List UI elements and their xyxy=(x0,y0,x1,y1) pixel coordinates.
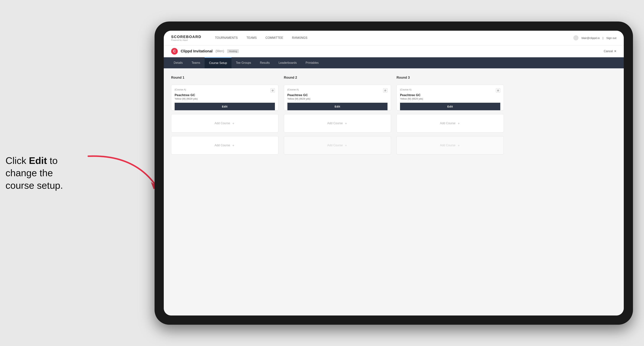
add-course-label-2: Add Course ＋ xyxy=(214,143,235,148)
instruction-text: Click Edit tochange thecourse setup. xyxy=(6,154,63,192)
course-1-details: Yellow (M) (6629 yds) xyxy=(174,97,275,100)
round-2-column: Round 2 (Course A) ⊘ Peachtree GC Yellow… xyxy=(284,76,391,155)
tournament-gender: (Men) xyxy=(216,49,224,53)
logo-title: SCOREBOARD xyxy=(171,35,201,39)
nav-tournaments[interactable]: TOURNAMENTS xyxy=(210,31,242,45)
course-3-details: Yellow (M) (6629 yds) xyxy=(400,97,500,100)
tab-results[interactable]: Results xyxy=(256,57,274,68)
r3-plus-icon-1: ＋ xyxy=(457,121,460,126)
tournament-header: C Clippd Invitational (Men) Hosting Canc… xyxy=(164,45,624,57)
tab-leaderboards[interactable]: Leaderboards xyxy=(274,57,301,68)
course-card-header: (Course A) ⊘ xyxy=(174,88,275,93)
round-1-edit-button[interactable]: Edit xyxy=(174,103,275,110)
round-2-add-course-1[interactable]: Add Course ＋ xyxy=(284,114,391,133)
nav-committee[interactable]: COMMITTEE xyxy=(261,31,288,45)
round-1-title: Round 1 xyxy=(171,76,278,80)
tournament-badge: Hosting xyxy=(227,49,239,53)
tab-teams[interactable]: Teams xyxy=(187,57,204,68)
nav-teams[interactable]: TEAMS xyxy=(242,31,261,45)
sign-out-link[interactable]: Sign out xyxy=(606,36,616,39)
round-1-add-course-2[interactable]: Add Course ＋ xyxy=(171,136,278,155)
tabs-bar: Details Teams Course Setup Tee Groups Re… xyxy=(164,57,624,68)
instruction-bold: Edit xyxy=(29,155,47,166)
course-3-label: (Course A) xyxy=(400,88,412,91)
round-2-add-course-2: Add Course ＋ xyxy=(284,136,391,155)
r2-plus-icon-1: ＋ xyxy=(344,121,348,126)
round-3-title: Round 3 xyxy=(396,76,504,80)
course-2-delete-btn[interactable]: ⊘ xyxy=(383,88,388,93)
r3-add-course-label-1: Add Course ＋ xyxy=(440,121,460,126)
round-1-add-course-1[interactable]: Add Course ＋ xyxy=(171,114,278,133)
round-1-course-card: (Course A) ⊘ Peachtree GC Yellow (M) (66… xyxy=(171,85,278,110)
course-1-delete-btn[interactable]: ⊘ xyxy=(270,88,275,93)
round-2-title: Round 2 xyxy=(284,76,391,80)
logo-subtitle: Powered by clippd xyxy=(171,39,201,41)
cancel-label: Cancel xyxy=(604,50,613,53)
round-3-column: Round 3 (Course A) ⊘ Peachtree GC Yellow… xyxy=(396,76,504,155)
round-3-add-course-1[interactable]: Add Course ＋ xyxy=(396,114,504,133)
r2-add-course-label-1: Add Course ＋ xyxy=(327,121,348,126)
round-2-course-card: (Course A) ⊘ Peachtree GC Yellow (M) (66… xyxy=(284,85,391,110)
r2-add-course-label-2: Add Course ＋ xyxy=(327,143,348,148)
main-content: Round 1 (Course A) ⊘ Peachtree GC Yellow… xyxy=(164,68,624,316)
tab-printables[interactable]: Printables xyxy=(301,57,323,68)
user-avatar xyxy=(573,35,578,40)
tablet-screen: SCOREBOARD Powered by clippd TOURNAMENTS… xyxy=(164,31,624,316)
r2-plus-icon-2: ＋ xyxy=(344,143,348,148)
course-3-name: Peachtree GC xyxy=(400,93,500,97)
course-2-label: (Course A) xyxy=(288,88,299,91)
scoreboard-logo: SCOREBOARD Powered by clippd xyxy=(171,35,201,41)
rounds-grid: Round 1 (Course A) ⊘ Peachtree GC Yellow… xyxy=(171,76,616,155)
round-4-column xyxy=(509,76,616,155)
clippd-logo: C xyxy=(171,48,178,55)
round-2-edit-button[interactable]: Edit xyxy=(288,103,388,110)
course-2-card-header: (Course A) ⊘ xyxy=(288,88,388,93)
tab-course-setup[interactable]: Course Setup xyxy=(204,57,232,68)
tab-details[interactable]: Details xyxy=(169,57,187,68)
round-3-course-card: (Course A) ⊘ Peachtree GC Yellow (M) (66… xyxy=(396,85,504,110)
course-3-card-header: (Course A) ⊘ xyxy=(400,88,500,93)
top-nav: SCOREBOARD Powered by clippd TOURNAMENTS… xyxy=(164,31,624,45)
round-1-column: Round 1 (Course A) ⊘ Peachtree GC Yellow… xyxy=(171,76,278,155)
plus-icon-2: ＋ xyxy=(232,143,235,148)
nav-rankings[interactable]: RANKINGS xyxy=(288,31,312,45)
cancel-button[interactable]: Cancel ✕ xyxy=(604,49,616,53)
r3-add-course-label-2: Add Course ＋ xyxy=(440,143,460,148)
course-2-name: Peachtree GC xyxy=(288,93,388,97)
tournament-title-area: C Clippd Invitational (Men) Hosting xyxy=(171,48,239,55)
course-2-details: Yellow (M) (6629 yds) xyxy=(288,97,388,100)
add-course-label-1: Add Course ＋ xyxy=(214,121,235,126)
course-1-name: Peachtree GC xyxy=(174,93,275,97)
round-3-edit-button[interactable]: Edit xyxy=(400,103,500,110)
round-3-add-course-2: Add Course ＋ xyxy=(396,136,504,155)
tab-tee-groups[interactable]: Tee Groups xyxy=(232,57,256,68)
cancel-icon: ✕ xyxy=(614,49,616,53)
nav-separator: | xyxy=(602,36,603,39)
tournament-name: Clippd Invitational xyxy=(181,49,212,53)
course-1-label: (Course A) xyxy=(174,88,186,91)
r3-plus-icon-2: ＋ xyxy=(457,143,460,148)
plus-icon-1: ＋ xyxy=(232,121,235,126)
nav-links: TOURNAMENTS TEAMS COMMITTEE RANKINGS xyxy=(210,31,573,45)
user-email: blair@clippd.io xyxy=(582,36,600,39)
course-3-delete-btn[interactable]: ⊘ xyxy=(496,88,500,93)
nav-right: blair@clippd.io | Sign out xyxy=(573,35,616,40)
tablet-frame: SCOREBOARD Powered by clippd TOURNAMENTS… xyxy=(154,21,633,325)
